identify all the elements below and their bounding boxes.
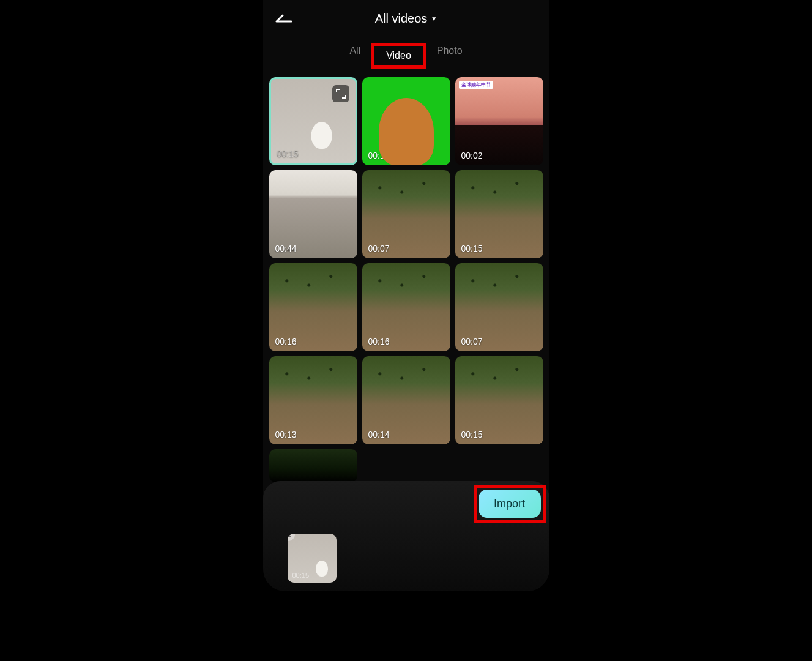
media-type-tabs: All Video Photo	[263, 37, 549, 77]
selected-thumbnail[interactable]: 00:15 ✕	[288, 534, 337, 583]
video-thumbnail[interactable]: 00:15	[455, 170, 543, 258]
overlay-badge: 全球购年中节	[459, 81, 493, 89]
video-duration: 00:16	[275, 337, 297, 346]
selected-duration: 00:15	[292, 572, 310, 579]
video-thumbnail[interactable]: 00:16	[269, 263, 357, 351]
media-picker-screen: All videos ▼ All Video Photo 00:1500:13全…	[263, 0, 549, 591]
video-thumbnail[interactable]: 全球购年中节00:02	[455, 77, 543, 165]
video-thumbnail[interactable]: 00:07	[362, 170, 450, 258]
tab-all[interactable]: All	[349, 45, 360, 66]
video-thumbnail[interactable]: 00:44	[269, 170, 357, 258]
video-thumbnail[interactable]: 00:15	[269, 77, 357, 165]
video-duration: 00:07	[461, 337, 483, 346]
video-duration: 00:07	[368, 244, 390, 253]
tab-video[interactable]: Video	[378, 45, 420, 66]
video-duration: 00:14	[368, 430, 390, 439]
video-thumbnail[interactable]: 00:15	[455, 356, 543, 444]
video-duration: 00:16	[368, 337, 390, 346]
video-thumbnail[interactable]: 00:13	[362, 77, 450, 165]
video-grid: 00:1500:13全球购年中节00:0200:4400:0700:1500:1…	[263, 77, 549, 482]
header: All videos ▼	[263, 0, 549, 37]
video-duration: 00:44	[275, 244, 297, 253]
video-duration: 00:15	[461, 244, 483, 253]
video-thumbnail[interactable]	[269, 449, 357, 482]
video-thumbnail[interactable]: 00:07	[455, 263, 543, 351]
chevron-down-icon: ▼	[431, 15, 437, 22]
tab-photo[interactable]: Photo	[437, 45, 463, 66]
video-duration: 00:15	[277, 149, 299, 159]
selection-tray: Import 00:15 ✕	[263, 481, 549, 591]
album-title: All videos	[375, 12, 428, 26]
video-thumbnail[interactable]: 00:16	[362, 263, 450, 351]
import-button[interactable]: Import	[479, 490, 541, 518]
video-thumbnail[interactable]: 00:13	[269, 356, 357, 444]
video-thumbnail[interactable]: 00:14	[362, 356, 450, 444]
album-dropdown[interactable]: All videos ▼	[375, 12, 438, 26]
video-duration: 00:13	[368, 151, 390, 160]
expand-icon[interactable]	[332, 85, 349, 102]
back-icon[interactable]	[275, 10, 292, 27]
video-duration: 00:13	[275, 430, 297, 439]
video-duration: 00:02	[461, 151, 483, 160]
video-duration: 00:15	[461, 430, 483, 439]
